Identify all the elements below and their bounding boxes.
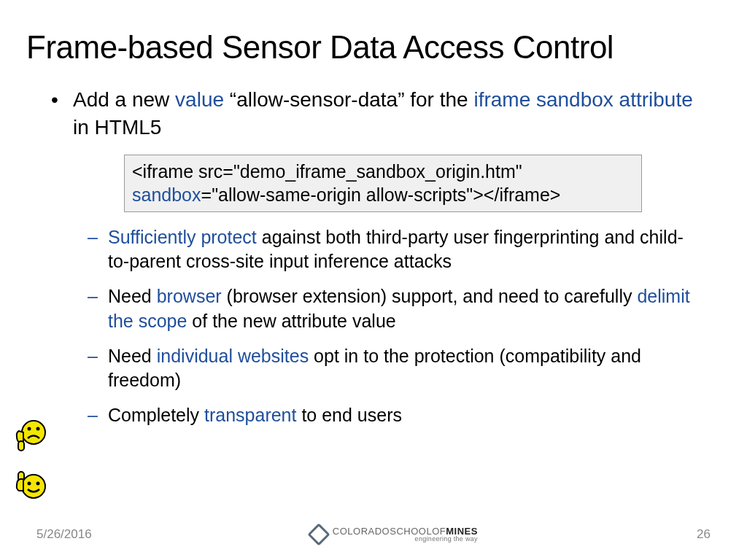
slide-footer: 5/26/2016 COLORADOSCHOOLOFMINES engineer…	[0, 526, 747, 542]
logo-tagline: engineering the way	[333, 536, 478, 542]
svg-point-6	[36, 482, 40, 486]
sub-bullet-3: Need individual websites opt in to the p…	[88, 344, 703, 394]
text: “allow-sensor-data” for the	[224, 88, 473, 111]
keyword: browser	[157, 286, 222, 306]
slide: Frame-based Sensor Data Access Control A…	[0, 0, 747, 560]
code-sandbox: sandbox	[132, 184, 201, 205]
text: Need	[108, 286, 157, 306]
code-text: ="allow-same-origin allow-scripts"></ifr…	[201, 184, 561, 205]
svg-point-0	[22, 421, 45, 444]
text: Completely	[108, 405, 204, 425]
thumbs-up-icon	[13, 469, 48, 504]
text: Need	[108, 346, 157, 366]
top-bullet-list: Add a new value “allow-sensor-data” for …	[51, 86, 703, 141]
svg-point-4	[22, 475, 45, 498]
footer-page-number: 26	[697, 527, 711, 542]
text: Add a new	[73, 88, 175, 111]
keyword-value: value	[175, 88, 224, 111]
keyword: transparent	[204, 405, 296, 425]
logo-word: COLORADO	[333, 526, 390, 537]
sub-bullet-2: Need browser (browser extension) support…	[88, 284, 703, 334]
sub-bullet-4: Completely transparent to end users	[88, 403, 703, 428]
logo-mark-icon	[307, 523, 330, 545]
text: to end users	[296, 405, 402, 425]
slide-title: Frame-based Sensor Data Access Control	[26, 29, 703, 66]
svg-point-2	[36, 427, 40, 431]
footer-date: 5/26/2016	[36, 527, 92, 542]
logo-text: COLORADOSCHOOLOFMINES engineering the wa…	[333, 527, 478, 542]
text: of the new attribute value	[187, 311, 395, 331]
footer-logo: COLORADOSCHOOLOFMINES engineering the wa…	[311, 526, 478, 542]
svg-point-1	[28, 427, 31, 431]
thumbs-down-icon	[13, 418, 48, 453]
code-example-box: <iframe src="demo_iframe_sandbox_origin.…	[124, 155, 642, 212]
text: (browser extension) support, and need to…	[222, 286, 638, 306]
bullet-1: Add a new value “allow-sensor-data” for …	[51, 86, 703, 141]
sub-bullet-1: Sufficiently protect against both third-…	[88, 225, 703, 275]
keyword: individual websites	[157, 346, 309, 366]
sub-bullet-list: Sufficiently protect against both third-…	[88, 225, 703, 428]
keyword: Sufficiently protect	[108, 227, 257, 247]
keyword-iframe: iframe sandbox attribute	[473, 88, 692, 111]
svg-rect-3	[18, 441, 24, 451]
text: in HTML5	[73, 116, 161, 139]
svg-point-5	[28, 482, 31, 486]
code-text: <iframe src="demo_iframe_sandbox_origin.…	[132, 161, 522, 182]
